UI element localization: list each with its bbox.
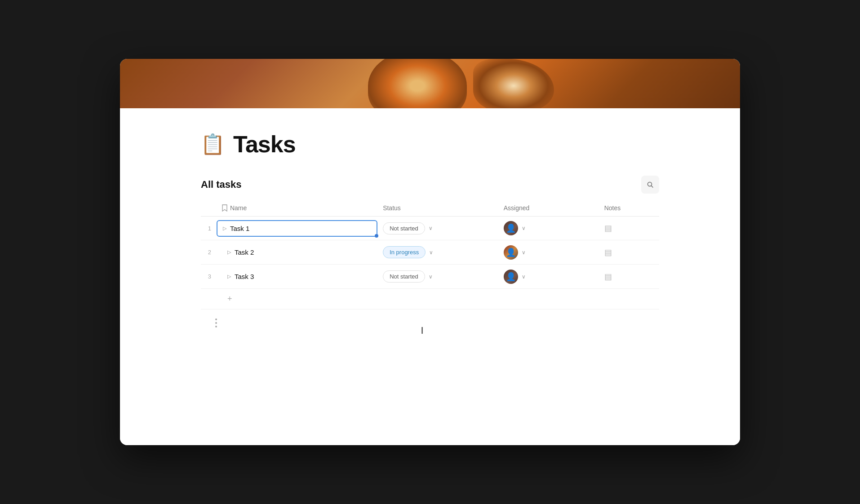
table-row: 1 ▷ Task 1 Not started ∨ (201, 217, 659, 240)
assigned-cell: 👤 ∨ (498, 217, 599, 240)
dot (215, 326, 217, 327)
header-banner (120, 59, 740, 108)
notes-cell: ▤ (599, 265, 659, 289)
assigned-chevron[interactable]: ∨ (522, 274, 526, 280)
add-row: + (201, 289, 659, 309)
col-name-header: Name (217, 201, 377, 217)
page-icon: 📋 (201, 133, 224, 156)
task-name-text: Task 3 (235, 273, 254, 280)
add-task-button[interactable]: + (222, 293, 238, 305)
dot (215, 318, 217, 320)
tasks-table: Name Status Assigned Notes (201, 201, 659, 309)
task-name-text: Task 1 (230, 225, 249, 232)
task-name-text: Task 2 (235, 248, 254, 256)
col-assigned-header: Assigned (498, 201, 599, 217)
avatar: 👤 (504, 270, 518, 284)
col-num-header (201, 201, 217, 217)
add-row-cell: + (217, 289, 659, 309)
assigned-chevron[interactable]: ∨ (522, 225, 526, 231)
bookmark-icon (222, 204, 227, 212)
status-badge[interactable]: Not started (383, 270, 425, 283)
row-number: 2 (201, 240, 217, 265)
assigned-chevron[interactable]: ∨ (522, 249, 526, 256)
table-row: 3 ▷ Task 3 Not started ∨ (201, 265, 659, 289)
svg-line-1 (652, 186, 653, 188)
status-chevron[interactable]: ∨ (429, 274, 433, 280)
context-menu-button[interactable] (215, 318, 217, 327)
task-name-cell[interactable]: ▷ Task 1 (217, 217, 377, 240)
notes-cell: ▤ (599, 217, 659, 240)
notes-icon[interactable]: ▤ (604, 248, 612, 257)
col-status-header: Status (377, 201, 498, 217)
expand-arrow[interactable]: ▷ (227, 249, 231, 255)
assigned-cell: 👤 ∨ (498, 240, 599, 265)
avatar: 👤 (504, 221, 518, 235)
expand-arrow[interactable]: ▷ (223, 225, 226, 231)
status-cell: Not started ∨ (377, 265, 498, 289)
page-title: Tasks (233, 131, 296, 158)
assigned-cell: 👤 ∨ (498, 265, 599, 289)
add-row-num (201, 289, 217, 309)
col-notes-header: Notes (599, 201, 659, 217)
row-number: 1 (201, 217, 217, 240)
section-title: All tasks (201, 179, 242, 190)
row-number: 3 (201, 265, 217, 289)
task-name-cell[interactable]: ▷ Task 3 (217, 265, 377, 289)
notes-icon[interactable]: ▤ (604, 224, 612, 233)
content-area: 📋 Tasks All tasks (120, 108, 740, 445)
search-button[interactable] (641, 176, 659, 194)
status-cell: Not started ∨ (377, 217, 498, 240)
status-chevron[interactable]: ∨ (429, 225, 433, 231)
status-chevron[interactable]: ∨ (429, 249, 433, 256)
notes-icon[interactable]: ▤ (604, 272, 612, 281)
dot (215, 322, 217, 324)
text-cursor: I (421, 325, 424, 336)
search-icon (647, 181, 654, 188)
expand-arrow[interactable]: ▷ (227, 274, 231, 279)
task-name-cell[interactable]: ▷ Task 2 (217, 240, 377, 265)
page-title-section: 📋 Tasks (201, 108, 659, 176)
section-header: All tasks (201, 176, 659, 194)
table-header: Name Status Assigned Notes (201, 201, 659, 217)
status-badge[interactable]: In progress (383, 246, 426, 258)
status-badge[interactable]: Not started (383, 222, 425, 234)
avatar: 👤 (504, 245, 518, 260)
table-row: 2 ▷ Task 2 In progress ∨ (201, 240, 659, 265)
status-cell: In progress ∨ (377, 240, 498, 265)
notes-cell: ▤ (599, 240, 659, 265)
app-window: 📋 Tasks All tasks (120, 59, 740, 445)
drag-handle[interactable] (375, 234, 378, 238)
